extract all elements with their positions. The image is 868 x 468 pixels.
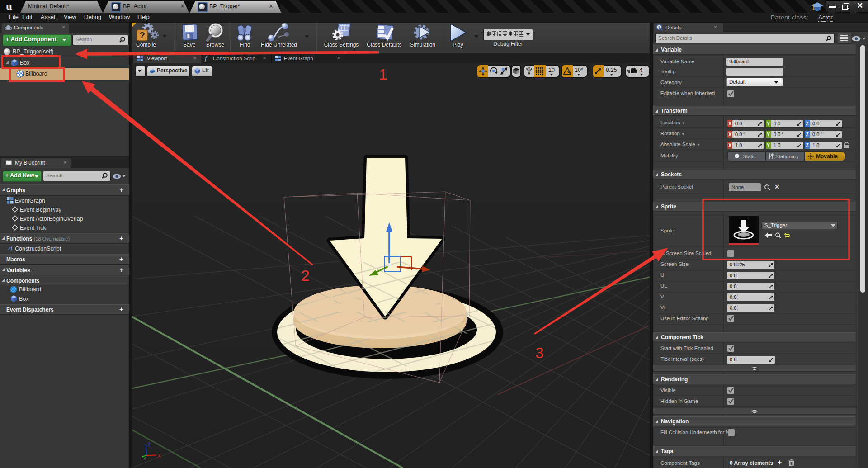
svg-text:?: ? (139, 30, 145, 40)
svg-text:X: X (158, 454, 161, 459)
svg-text:Y: Y (143, 456, 146, 461)
svg-text:Z: Z (148, 442, 151, 447)
